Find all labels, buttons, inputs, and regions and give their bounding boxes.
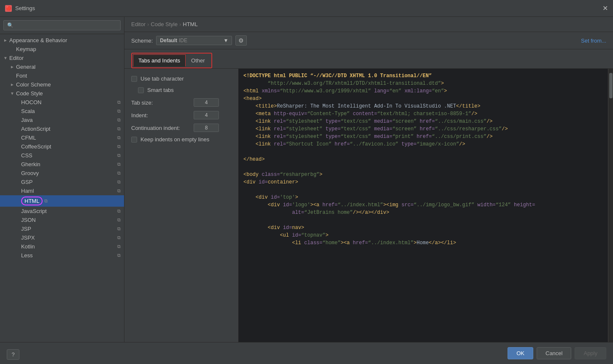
title-bar-left: 🔴 Settings: [5, 5, 35, 12]
tree-copy-icon-kotlin: ⧉: [117, 244, 121, 249]
scheme-name: Default: [160, 38, 177, 43]
gear-button[interactable]: ⚙: [235, 35, 247, 46]
keep-indents-row: Keep indents on empty lines: [131, 136, 231, 143]
sidebar-item-html[interactable]: HTML⧉: [0, 195, 124, 207]
sidebar-item-less[interactable]: Less⧉: [0, 251, 124, 260]
sidebar-item-jsp[interactable]: JSP⧉: [0, 224, 124, 233]
settings-panel: Use tab character Smart tabs Tab size: I…: [124, 69, 238, 342]
dialog-title: Settings: [15, 5, 35, 11]
scheme-left: Scheme: DefaultIDE ▼ ⚙: [131, 35, 247, 46]
tree-item-label-less: Less: [21, 252, 116, 259]
scheme-bar: Scheme: DefaultIDE ▼ ⚙ Set from...: [124, 32, 613, 49]
scheme-type: IDE: [179, 38, 187, 43]
keep-indents-label: Keep indents on empty lines: [140, 136, 209, 143]
dropdown-arrow: ▼: [223, 38, 228, 43]
sidebar-item-general[interactable]: ►General: [0, 62, 124, 71]
code-line-13: [243, 163, 603, 171]
content-panel: Use tab character Smart tabs Tab size: I…: [124, 69, 613, 342]
sidebar-item-colorscheme[interactable]: ►Color Scheme: [0, 80, 124, 89]
sidebar-item-gherkin[interactable]: Gherkin⧉: [0, 160, 124, 169]
tree-item-label-font: Font: [16, 73, 121, 79]
help-button[interactable]: ?: [7, 349, 19, 360]
close-button[interactable]: ✕: [602, 4, 608, 12]
tree-arrow-colorscheme: ►: [10, 82, 14, 87]
code-line-18: <div id='logo'><a href=“../index.html”><…: [243, 201, 603, 209]
tree-arrow-editor: ▼: [3, 56, 8, 60]
sidebar-item-codestyle[interactable]: ▼Code Style: [0, 89, 124, 98]
tree-copy-icon-java: ⧉: [117, 117, 121, 123]
sidebar-item-json[interactable]: JSON⧉: [0, 216, 124, 224]
tabs-highlight-border: Tabs and Indents Other: [131, 53, 212, 68]
indent-input[interactable]: [194, 111, 219, 119]
tree-item-label-java: Java: [21, 117, 116, 123]
tab-size-input[interactable]: [194, 98, 219, 107]
sidebar-item-keymap[interactable]: Keymap: [0, 45, 124, 54]
sidebar-item-actionscript[interactable]: ActionScript⧉: [0, 124, 124, 133]
sidebar-item-kotlin[interactable]: Kotlin⧉: [0, 242, 124, 251]
tree-copy-icon-jsp: ⧉: [117, 226, 121, 232]
title-bar: 🔴 Settings ✕: [0, 0, 613, 17]
sidebar-item-scala[interactable]: Scala⧉: [0, 107, 124, 116]
breadcrumb-editor: Editor: [131, 21, 146, 27]
sidebar-item-cfml[interactable]: CFML⧉: [0, 133, 124, 142]
smart-tabs-checkbox[interactable]: [138, 87, 144, 93]
sidebar-item-java[interactable]: Java⧉: [0, 116, 124, 124]
tree-item-label-gsp: GSP: [21, 179, 116, 185]
code-line-23: <li class=“home”><a href=“../index.html”…: [243, 239, 603, 247]
tree-item-label-hocon: HOCON: [21, 99, 116, 105]
sidebar-item-font[interactable]: Font: [0, 71, 124, 80]
sidebar-search-area: [0, 17, 124, 34]
tree-copy-icon-less: ⧉: [117, 253, 121, 258]
tab-size-label: Tab size:: [131, 100, 190, 106]
smart-tabs-label: Smart tabs: [147, 87, 174, 93]
tab-other[interactable]: Other: [186, 54, 211, 67]
set-from-link[interactable]: Set from...: [581, 38, 606, 44]
cancel-button[interactable]: Cancel: [537, 347, 571, 359]
sidebar-item-groovy[interactable]: Groovy⧉: [0, 169, 124, 178]
sidebar-item-editor[interactable]: ▼Editor: [0, 54, 124, 62]
scheme-label: Scheme:: [131, 38, 153, 44]
tree-item-label-haml: Haml: [21, 188, 116, 194]
sidebar-item-gsp[interactable]: GSP⧉: [0, 178, 124, 186]
code-line-19: alt=“JetBrains home”/></a></div>: [243, 209, 603, 216]
continuation-indent-input[interactable]: [194, 124, 219, 132]
tab-tabs-and-indents[interactable]: Tabs and Indents: [133, 54, 186, 67]
tabs-area: Tabs and Indents Other: [124, 49, 613, 69]
tree-item-label-appearance: Appearance & Behavior: [9, 37, 121, 43]
scheme-dropdown[interactable]: DefaultIDE ▼: [156, 36, 232, 45]
sidebar-item-appearance[interactable]: ►Appearance & Behavior: [0, 36, 124, 45]
tree-item-label-general: General: [16, 64, 121, 70]
tree-copy-icon-html: ⧉: [44, 198, 48, 204]
code-line-22: <ul id=“topnav”>: [243, 232, 603, 239]
use-tab-character-checkbox[interactable]: [131, 76, 137, 82]
ok-button[interactable]: OK: [508, 347, 533, 359]
sidebar: ►Appearance & BehaviorKeymap▼Editor►Gene…: [0, 17, 124, 342]
tree-item-label-kotlin: Kotlin: [21, 243, 116, 250]
indent-label: Indent:: [131, 112, 190, 119]
code-line-1: <!DOCTYPE html PUBLIC “-//W3C//DTD XHTML…: [243, 72, 603, 80]
breadcrumb-codestyle: Code Style: [151, 21, 178, 27]
sidebar-item-hocon[interactable]: HOCON⧉: [0, 98, 124, 107]
tree-item-label-scala: Scala: [21, 108, 116, 114]
code-line-15: <div id=container>: [243, 178, 603, 186]
use-tab-character-row: Use tab character: [131, 75, 231, 82]
sidebar-item-javascript[interactable]: JavaScript⧉: [0, 207, 124, 216]
code-line-12: </head>: [243, 156, 603, 163]
tabs: Tabs and Indents Other: [133, 54, 211, 67]
sidebar-item-coffeescript[interactable]: CoffeeScript⧉: [0, 142, 124, 151]
sidebar-item-css[interactable]: CSS⧉: [0, 151, 124, 160]
tree-copy-icon-jspx: ⧉: [117, 235, 121, 240]
tree-copy-icon-coffeescript: ⧉: [117, 144, 121, 149]
keep-indents-checkbox[interactable]: [131, 137, 137, 143]
tree-item-label-json: JSON: [21, 217, 116, 223]
code-line-4: <head>: [243, 95, 603, 102]
sidebar-tree: ►Appearance & BehaviorKeymap▼Editor►Gene…: [0, 34, 124, 342]
apply-button[interactable]: Apply: [575, 347, 606, 359]
search-input[interactable]: [3, 20, 121, 30]
code-line-8: <link rel=“stylesheet” type=“text/css” m…: [243, 125, 603, 133]
sidebar-item-haml[interactable]: Haml⧉: [0, 186, 124, 195]
code-line-3: <html xmlns=“http://www.w3.org/1999/xhtm…: [243, 87, 603, 95]
tree-item-label-cfml: CFML: [21, 135, 116, 141]
preview-scrollbar[interactable]: [608, 69, 613, 342]
sidebar-item-jspx[interactable]: JSPX⧉: [0, 233, 124, 242]
